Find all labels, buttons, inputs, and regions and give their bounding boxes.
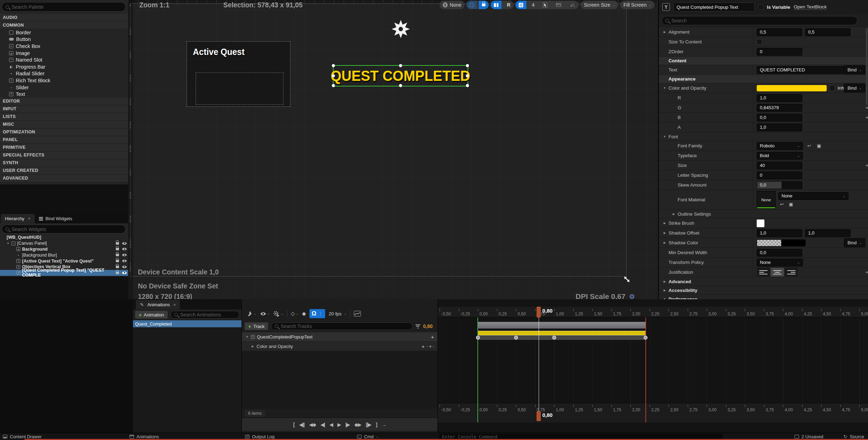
palette-item-progress-bar[interactable]: ◧Progress Bar <box>0 63 128 70</box>
view-options-dropdown[interactable]: ⌄ <box>260 312 270 316</box>
step-back-button[interactable]: ◀| <box>321 422 325 427</box>
palette-section-advanced[interactable]: ADVANCED <box>0 175 128 182</box>
lock-icon[interactable] <box>116 266 119 268</box>
expander-arrow-icon[interactable]: ▼ <box>6 242 10 245</box>
cmd-dropdown[interactable]: >_ Cmd ⌄ <box>357 434 379 439</box>
playhead-marker[interactable] <box>537 411 541 421</box>
value-input[interactable]: QUEST COMPLETED <box>757 66 844 74</box>
visibility-eye-icon[interactable] <box>122 254 127 256</box>
use-selected-asset-icon[interactable]: ↩ <box>806 143 813 149</box>
auto-key-button[interactable]: ◆ <box>302 310 306 317</box>
lock-icon[interactable] <box>116 248 119 250</box>
keyframe-marker[interactable] <box>514 336 518 340</box>
grid-snap-button[interactable] <box>516 1 526 9</box>
visibility-eye-icon[interactable] <box>122 272 127 274</box>
reset-to-default-icon[interactable]: ◀ <box>866 271 868 274</box>
previous-key-button[interactable]: ◀◆ <box>309 422 316 427</box>
fill-screen-dropdown[interactable]: Fill Screen ⌄ <box>620 1 654 9</box>
dropdown-select[interactable]: Bold⌄ <box>757 152 803 160</box>
visibility-eye-icon[interactable] <box>122 260 127 262</box>
animations-search-input[interactable]: Search Animations <box>170 311 239 319</box>
details-section-content[interactable]: Content <box>659 57 868 65</box>
keyframe-options-dropdown[interactable]: ◇ ⌄ <box>291 310 299 317</box>
details-section-accessibility[interactable]: ▶Accessibility <box>659 286 868 295</box>
curve-editor-button[interactable] <box>354 311 361 316</box>
selection-handle[interactable] <box>399 64 402 67</box>
expander-arrow-icon[interactable]: ▶ <box>251 345 254 348</box>
expander-arrow-icon[interactable]: ▶ <box>663 241 666 244</box>
selection-handle[interactable] <box>399 84 402 87</box>
value-input[interactable]: 0 <box>757 172 802 179</box>
expander-arrow-icon[interactable]: ▶ <box>663 280 666 283</box>
hierarchy-item-active-quest-text-active-quest[interactable]: T[Active Quest Text] "Active Quest" <box>0 258 128 264</box>
lock-icon[interactable] <box>116 242 119 245</box>
lock-icon[interactable] <box>116 272 119 274</box>
palette-section-audio[interactable]: AUDIO <box>0 14 128 21</box>
next-key-button[interactable]: ◆▶ <box>354 422 361 427</box>
console-command-input[interactable]: Enter Console Command <box>439 434 723 439</box>
resize-handle-icon[interactable] <box>623 275 631 284</box>
use-selected-asset-icon[interactable]: ↩ <box>778 201 785 208</box>
palette-section-editor[interactable]: EDITOR <box>0 98 128 105</box>
loop-mode-button[interactable]: → <box>382 422 386 427</box>
dropdown-select[interactable]: None⌄ <box>757 259 803 266</box>
browse-asset-icon[interactable]: ▣ <box>816 143 822 149</box>
gear-icon[interactable]: ⚙ <box>629 293 635 300</box>
localization-preview-button[interactable]: None <box>440 1 464 9</box>
inherit-checkbox[interactable] <box>830 85 835 91</box>
respect-locks-button[interactable]: R <box>504 1 513 9</box>
step-forward-button[interactable]: |▶ <box>345 422 350 427</box>
reset-to-default-icon[interactable]: ◀ <box>866 164 868 167</box>
output-log-button[interactable]: Output Log <box>245 434 274 439</box>
tab-hierarchy[interactable]: Hierarchy × <box>1 214 35 223</box>
add-section-icon[interactable]: + <box>431 334 438 340</box>
lock-icon[interactable] <box>116 260 119 262</box>
selection-handle[interactable] <box>466 74 469 77</box>
lock-icon[interactable] <box>116 254 119 256</box>
hierarchy-item-wb-questhud[interactable]: [WB_QuestHUD] <box>0 235 128 240</box>
palette-section-misc[interactable]: MISC <box>0 121 128 128</box>
animations-drawer-button[interactable]: Animations <box>130 434 159 439</box>
fps-dropdown[interactable]: 20 fps ⌄ <box>329 311 346 316</box>
value-input[interactable]: 0 <box>757 48 802 56</box>
sequencer-settings-dropdown[interactable]: ⌄ <box>247 311 257 317</box>
expander-arrow-icon[interactable]: ▼ <box>663 86 666 90</box>
palette-item-text[interactable]: TText <box>0 91 128 98</box>
details-scrollbar[interactable] <box>866 28 868 105</box>
value-input[interactable]: 0,0 <box>757 249 802 257</box>
details-section-outline-settings[interactable]: ▶Outline Settings <box>659 210 868 218</box>
dropdown-select[interactable]: Roboto⌄ <box>757 142 803 150</box>
jump-to-start-button[interactable]: [ <box>293 422 295 427</box>
expander-arrow-icon[interactable]: ▶ <box>663 231 666 235</box>
tab-animations[interactable]: ✎ Animations × <box>136 300 180 309</box>
lock-button[interactable] <box>479 1 489 9</box>
source-control-button[interactable]: ↻ Source <box>844 434 864 439</box>
expander-arrow-icon[interactable]: ▼ <box>245 335 249 338</box>
add-animation-button[interactable]: + Animation <box>135 311 168 319</box>
visibility-eye-icon[interactable] <box>122 242 127 245</box>
playback-range-start[interactable] <box>477 317 478 422</box>
close-icon[interactable]: × <box>173 302 176 307</box>
layout-columns-button[interactable] <box>491 1 502 9</box>
expander-arrow-icon[interactable]: ▶ <box>663 222 666 225</box>
designer-viewport[interactable]: Active Quest QUEST COMPLETED 01 0 02 0 0… <box>128 0 658 299</box>
snap-toggle-button[interactable]: Ω ⋮ <box>309 309 325 318</box>
add-track-button[interactable]: + Track <box>245 322 268 330</box>
justify-right-button[interactable] <box>785 268 798 277</box>
content-drawer-button[interactable]: Content Drawer <box>3 434 42 439</box>
selection-handle[interactable] <box>332 74 335 77</box>
palette-item-slider[interactable]: –Slider <box>0 84 128 91</box>
palette-section-common[interactable]: COMMON <box>0 21 128 29</box>
reset-to-default-icon[interactable]: ◀ <box>866 116 868 119</box>
justify-left-button[interactable] <box>757 268 770 277</box>
track-search-input[interactable]: Search Tracks <box>271 322 413 330</box>
palette-item-rich-text-block[interactable]: /Rich Text Block <box>0 77 128 84</box>
expander-arrow-icon[interactable]: ▼ <box>663 135 666 138</box>
step-forward-all-button[interactable]: ||▶ <box>366 422 371 427</box>
open-textblock-link[interactable]: Open TextBlock <box>794 4 827 10</box>
value-input[interactable]: 0,0 <box>757 181 802 189</box>
visibility-eye-icon[interactable] <box>122 266 127 268</box>
hierarchy-item-background-blur[interactable]: •[Background Blur] <box>0 252 128 258</box>
selection-handle[interactable] <box>332 64 335 67</box>
details-section-appearance[interactable]: Appearance <box>659 75 868 83</box>
